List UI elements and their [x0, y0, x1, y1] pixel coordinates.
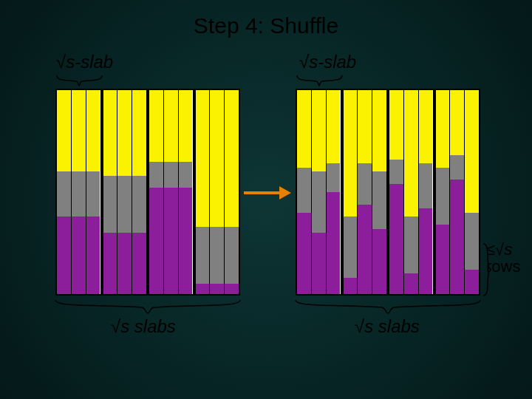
segment-gry: [450, 155, 464, 180]
segment-pur: [450, 180, 464, 294]
slab: [100, 90, 147, 294]
label-sqrt-s-slabs-right: √s slabs: [355, 316, 420, 337]
segment-gry: [225, 227, 239, 284]
brace-bottom-left: [54, 299, 242, 315]
slab: [297, 90, 341, 294]
segment-pur: [404, 273, 418, 294]
slab: [146, 90, 193, 294]
segment-pur: [312, 233, 326, 294]
segment-gry: [297, 168, 311, 213]
label-sqrt-s-slab-left: √s-slab: [56, 52, 113, 72]
brace-top-right: [296, 74, 344, 87]
segment-pur: [465, 270, 479, 294]
segment-gry: [404, 216, 418, 273]
segment-ylw: [132, 90, 146, 176]
segment-ylw: [344, 90, 358, 216]
segment-gry: [358, 163, 372, 204]
slide-title: Step 4: Shuffle: [0, 13, 532, 38]
segment-ylw: [196, 90, 210, 227]
column: [117, 90, 132, 294]
column: [372, 90, 386, 294]
segment-pur: [372, 229, 386, 294]
segment-ylw: [103, 90, 117, 176]
column: [419, 90, 433, 294]
label-rows-line1: ≤√s: [486, 240, 512, 259]
segment-pur: [164, 188, 178, 294]
segment-ylw: [72, 90, 86, 171]
segment-gry: [179, 162, 193, 188]
segment-ylw: [297, 90, 311, 168]
segment-ylw: [327, 90, 341, 163]
segment-pur: [117, 233, 132, 294]
column: [103, 90, 118, 294]
segment-gry: [436, 168, 450, 225]
segment-gry: [57, 171, 71, 216]
segment-pur: [149, 188, 163, 294]
column: [312, 90, 327, 294]
segment-pur: [103, 233, 117, 294]
segment-ylw: [436, 90, 450, 168]
segment-gry: [312, 171, 326, 233]
column: [225, 90, 239, 294]
slab: [386, 90, 433, 294]
column: [358, 90, 372, 294]
segment-ylw: [389, 90, 403, 160]
segment-gry: [72, 171, 86, 216]
label-sqrt-s-slab-right: √s-slab: [299, 52, 356, 72]
column: [57, 90, 72, 294]
slab: [341, 90, 387, 294]
label-rows: ≤√s rows: [486, 241, 520, 275]
segment-pur: [419, 208, 433, 294]
column: [404, 90, 419, 294]
segment-gry: [103, 176, 117, 233]
segment-gry: [344, 216, 358, 278]
segment-gry: [164, 162, 178, 188]
segment-pur: [358, 205, 372, 294]
segment-ylw: [312, 90, 326, 171]
column: [196, 90, 211, 294]
segment-pur: [344, 278, 358, 294]
segment-ylw: [358, 90, 372, 163]
segment-ylw: [404, 90, 418, 216]
segment-pur: [389, 184, 403, 294]
segment-ylw: [225, 90, 239, 227]
segment-pur: [57, 216, 71, 294]
column: [450, 90, 465, 294]
segment-ylw: [86, 90, 100, 171]
segment-pur: [179, 188, 193, 294]
segment-ylw: [179, 90, 193, 162]
brace-top-left: [55, 74, 103, 87]
column: [164, 90, 179, 294]
column: [86, 90, 100, 294]
column: [389, 90, 404, 294]
label-sqrt-s-slabs-left: √s slabs: [111, 316, 176, 337]
segment-ylw: [450, 90, 464, 155]
segment-ylw: [149, 90, 163, 162]
column: [210, 90, 225, 294]
slab: [193, 90, 239, 294]
column: [149, 90, 164, 294]
slide: Step 4: Shuffle √s-slab √s-slab √s slabs…: [0, 0, 532, 399]
segment-ylw: [419, 90, 433, 163]
segment-pur: [72, 216, 86, 294]
column: [72, 90, 86, 294]
segment-ylw: [117, 90, 132, 176]
segment-pur: [210, 284, 224, 294]
segment-gry: [419, 163, 433, 208]
chart-before-shuffle: [55, 89, 240, 296]
column: [297, 90, 312, 294]
segment-ylw: [372, 90, 386, 171]
segment-ylw: [210, 90, 224, 227]
segment-ylw: [164, 90, 178, 162]
segment-gry: [117, 176, 132, 233]
segment-pur: [86, 216, 100, 294]
segment-pur: [327, 192, 341, 294]
segment-gry: [372, 171, 386, 228]
brace-bottom-right: [294, 299, 482, 315]
column: [132, 90, 146, 294]
segment-gry: [132, 176, 146, 233]
column: [436, 90, 451, 294]
segment-gry: [327, 163, 341, 192]
segment-gry: [465, 213, 479, 270]
segment-gry: [210, 227, 224, 284]
